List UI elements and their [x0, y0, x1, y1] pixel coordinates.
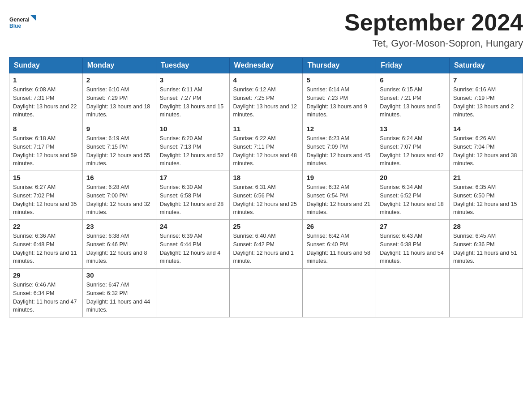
calendar-cell: 10Sunrise: 6:20 AMSunset: 7:13 PMDayligh… [156, 122, 229, 171]
page-header: General Blue September 2024 Tet, Gyor-Mo… [9, 9, 523, 49]
calendar-cell: 20Sunrise: 6:34 AMSunset: 6:52 PMDayligh… [376, 171, 450, 220]
day-number: 26 [306, 223, 372, 230]
week-row-3: 15Sunrise: 6:27 AMSunset: 7:02 PMDayligh… [9, 171, 523, 220]
calendar-cell: 9Sunrise: 6:19 AMSunset: 7:15 PMDaylight… [82, 122, 156, 171]
day-info: Sunrise: 6:18 AMSunset: 7:17 PMDaylight:… [13, 134, 79, 168]
day-number: 15 [13, 174, 79, 181]
day-number: 17 [160, 174, 226, 181]
day-number: 4 [233, 76, 299, 84]
day-info: Sunrise: 6:30 AMSunset: 6:58 PMDaylight:… [160, 183, 226, 217]
day-info: Sunrise: 6:35 AMSunset: 6:50 PMDaylight:… [453, 183, 519, 217]
day-info: Sunrise: 6:27 AMSunset: 7:02 PMDaylight:… [13, 183, 79, 217]
day-info: Sunrise: 6:45 AMSunset: 6:36 PMDaylight:… [453, 232, 519, 265]
title-block: September 2024 Tet, Gyor-Moson-Sopron, H… [344, 9, 523, 49]
logo-icon: General Blue [9, 9, 36, 34]
week-row-1: 1Sunrise: 6:08 AMSunset: 7:31 PMDaylight… [9, 73, 523, 122]
day-info: Sunrise: 6:36 AMSunset: 6:48 PMDaylight:… [13, 232, 79, 265]
weekday-header-friday: Friday [376, 58, 450, 73]
calendar-cell: 22Sunrise: 6:36 AMSunset: 6:48 PMDayligh… [9, 220, 83, 269]
day-info: Sunrise: 6:11 AMSunset: 7:27 PMDaylight:… [160, 86, 226, 119]
day-number: 11 [233, 125, 299, 133]
day-number: 2 [86, 76, 152, 84]
calendar-cell: 23Sunrise: 6:38 AMSunset: 6:46 PMDayligh… [82, 220, 156, 269]
calendar-cell: 17Sunrise: 6:30 AMSunset: 6:58 PMDayligh… [156, 171, 229, 220]
day-number: 16 [86, 174, 152, 181]
day-number: 27 [380, 223, 446, 230]
day-info: Sunrise: 6:40 AMSunset: 6:42 PMDaylight:… [233, 232, 299, 265]
day-number: 1 [13, 76, 79, 84]
day-number: 23 [86, 223, 152, 230]
day-info: Sunrise: 6:08 AMSunset: 7:31 PMDaylight:… [13, 86, 79, 119]
calendar-cell: 6Sunrise: 6:15 AMSunset: 7:21 PMDaylight… [376, 73, 450, 122]
day-number: 7 [453, 76, 519, 84]
weekday-header-saturday: Saturday [450, 58, 523, 73]
day-info: Sunrise: 6:28 AMSunset: 7:00 PMDaylight:… [86, 183, 152, 217]
page-title: September 2024 [344, 9, 523, 36]
calendar-cell: 7Sunrise: 6:16 AMSunset: 7:19 PMDaylight… [450, 73, 523, 122]
week-row-4: 22Sunrise: 6:36 AMSunset: 6:48 PMDayligh… [9, 220, 523, 269]
calendar-cell: 12Sunrise: 6:23 AMSunset: 7:09 PMDayligh… [303, 122, 376, 171]
day-info: Sunrise: 6:47 AMSunset: 6:32 PMDaylight:… [86, 281, 152, 314]
day-number: 10 [160, 125, 226, 133]
weekday-header-row: SundayMondayTuesdayWednesdayThursdayFrid… [9, 58, 523, 73]
day-info: Sunrise: 6:39 AMSunset: 6:44 PMDaylight:… [160, 232, 226, 265]
weekday-header-wednesday: Wednesday [229, 58, 303, 73]
day-info: Sunrise: 6:24 AMSunset: 7:07 PMDaylight:… [380, 134, 446, 168]
day-number: 29 [13, 271, 79, 279]
calendar-cell: 19Sunrise: 6:32 AMSunset: 6:54 PMDayligh… [303, 171, 376, 220]
calendar-cell: 4Sunrise: 6:12 AMSunset: 7:25 PMDaylight… [229, 73, 303, 122]
day-number: 30 [86, 271, 152, 279]
day-info: Sunrise: 6:15 AMSunset: 7:21 PMDaylight:… [380, 86, 446, 119]
day-info: Sunrise: 6:26 AMSunset: 7:04 PMDaylight:… [453, 134, 519, 168]
day-number: 13 [380, 125, 446, 133]
day-number: 14 [453, 125, 519, 133]
calendar-cell: 14Sunrise: 6:26 AMSunset: 7:04 PMDayligh… [450, 122, 523, 171]
day-info: Sunrise: 6:38 AMSunset: 6:46 PMDaylight:… [86, 232, 152, 265]
day-info: Sunrise: 6:34 AMSunset: 6:52 PMDaylight:… [380, 183, 446, 217]
calendar-cell: 5Sunrise: 6:14 AMSunset: 7:23 PMDaylight… [303, 73, 376, 122]
calendar-cell: 18Sunrise: 6:31 AMSunset: 6:56 PMDayligh… [229, 171, 303, 220]
calendar-cell [376, 269, 450, 317]
weekday-header-monday: Monday [82, 58, 156, 73]
day-number: 21 [453, 174, 519, 181]
weekday-header-sunday: Sunday [9, 58, 83, 73]
day-number: 18 [233, 174, 299, 181]
day-info: Sunrise: 6:43 AMSunset: 6:38 PMDaylight:… [380, 232, 446, 265]
day-info: Sunrise: 6:19 AMSunset: 7:15 PMDaylight:… [86, 134, 152, 168]
svg-text:General: General [9, 17, 30, 23]
calendar-cell: 2Sunrise: 6:10 AMSunset: 7:29 PMDaylight… [82, 73, 156, 122]
calendar-cell: 28Sunrise: 6:45 AMSunset: 6:36 PMDayligh… [450, 220, 523, 269]
day-number: 25 [233, 223, 299, 230]
day-info: Sunrise: 6:23 AMSunset: 7:09 PMDaylight:… [306, 134, 372, 168]
day-number: 5 [306, 76, 372, 84]
day-number: 28 [453, 223, 519, 230]
calendar-cell: 15Sunrise: 6:27 AMSunset: 7:02 PMDayligh… [9, 171, 83, 220]
day-number: 20 [380, 174, 446, 181]
weekday-header-tuesday: Tuesday [156, 58, 229, 73]
week-row-5: 29Sunrise: 6:46 AMSunset: 6:34 PMDayligh… [9, 269, 523, 317]
calendar-cell: 27Sunrise: 6:43 AMSunset: 6:38 PMDayligh… [376, 220, 450, 269]
day-number: 19 [306, 174, 372, 181]
day-number: 24 [160, 223, 226, 230]
weekday-header-thursday: Thursday [303, 58, 376, 73]
day-info: Sunrise: 6:20 AMSunset: 7:13 PMDaylight:… [160, 134, 226, 168]
calendar-cell [156, 269, 229, 317]
calendar-cell: 21Sunrise: 6:35 AMSunset: 6:50 PMDayligh… [450, 171, 523, 220]
week-row-2: 8Sunrise: 6:18 AMSunset: 7:17 PMDaylight… [9, 122, 523, 171]
calendar-cell: 29Sunrise: 6:46 AMSunset: 6:34 PMDayligh… [9, 269, 83, 317]
calendar-cell: 16Sunrise: 6:28 AMSunset: 7:00 PMDayligh… [82, 171, 156, 220]
day-info: Sunrise: 6:22 AMSunset: 7:11 PMDaylight:… [233, 134, 299, 168]
page-location: Tet, Gyor-Moson-Sopron, Hungary [344, 38, 523, 49]
day-info: Sunrise: 6:31 AMSunset: 6:56 PMDaylight:… [233, 183, 299, 217]
day-info: Sunrise: 6:12 AMSunset: 7:25 PMDaylight:… [233, 86, 299, 119]
day-number: 22 [13, 223, 79, 230]
calendar-cell: 13Sunrise: 6:24 AMSunset: 7:07 PMDayligh… [376, 122, 450, 171]
day-number: 9 [86, 125, 152, 133]
day-info: Sunrise: 6:46 AMSunset: 6:34 PMDaylight:… [13, 281, 79, 314]
day-number: 6 [380, 76, 446, 84]
day-info: Sunrise: 6:42 AMSunset: 6:40 PMDaylight:… [306, 232, 372, 265]
day-info: Sunrise: 6:32 AMSunset: 6:54 PMDaylight:… [306, 183, 372, 217]
calendar-cell: 8Sunrise: 6:18 AMSunset: 7:17 PMDaylight… [9, 122, 83, 171]
calendar-cell: 30Sunrise: 6:47 AMSunset: 6:32 PMDayligh… [82, 269, 156, 317]
calendar-cell [450, 269, 523, 317]
